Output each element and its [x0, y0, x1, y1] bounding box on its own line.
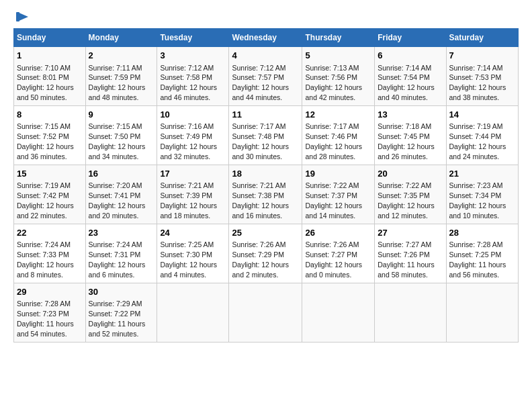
cell-line: Daylight: 12 hours [305, 261, 362, 269]
cell-line: Sunrise: 7:24 AM [89, 240, 142, 248]
cell-line: and 50 minutes. [17, 93, 67, 101]
day-number: 3 [160, 50, 226, 62]
cell-line: and 4 minutes. [160, 271, 206, 279]
column-header-monday: Monday [85, 29, 157, 47]
table-row: 25Sunrise: 7:26 AMSunset: 7:29 PMDayligh… [229, 224, 302, 283]
cell-line: Sunrise: 7:22 AM [378, 181, 431, 189]
cell-line: Daylight: 12 hours [160, 142, 217, 150]
table-row [375, 283, 446, 342]
cell-line: Sunset: 7:37 PM [305, 191, 357, 199]
day-number: 28 [449, 227, 515, 239]
cell-line: Sunrise: 7:21 AM [232, 181, 285, 189]
cell-line: and 34 minutes. [89, 152, 139, 161]
cell-line: Daylight: 11 hours [89, 320, 146, 328]
cell-line: Sunset: 8:01 PM [17, 73, 69, 81]
cell-line: and 44 minutes. [232, 93, 282, 101]
day-number: 5 [305, 50, 371, 62]
cell-line: and 0 minutes. [305, 271, 351, 279]
cell-line: Sunrise: 7:12 AM [232, 64, 285, 72]
day-number: 12 [305, 109, 371, 121]
cell-line: and 40 minutes. [378, 93, 428, 101]
cell-line: Daylight: 12 hours [378, 83, 435, 91]
day-number: 21 [449, 168, 515, 180]
table-row: 7Sunrise: 7:14 AMSunset: 7:53 PMDaylight… [446, 47, 518, 106]
cell-line: and 38 minutes. [449, 93, 500, 101]
cell-line: and 42 minutes. [305, 93, 355, 101]
column-header-wednesday: Wednesday [229, 29, 302, 47]
day-number: 8 [17, 109, 83, 121]
cell-line: and 56 minutes. [449, 271, 500, 279]
week-row-1: 1Sunrise: 7:10 AMSunset: 8:01 PMDaylight… [14, 47, 519, 106]
calendar-table: SundayMondayTuesdayWednesdayThursdayFrid… [13, 28, 519, 342]
cell-line: Sunset: 7:53 PM [449, 73, 502, 81]
cell-line: Sunrise: 7:10 AM [17, 64, 71, 72]
cell-line: Daylight: 12 hours [89, 261, 146, 269]
cell-line: Sunset: 7:38 PM [232, 191, 284, 199]
cell-line: Daylight: 12 hours [378, 142, 435, 150]
cell-line: and 58 minutes. [378, 271, 428, 279]
cell-line: and 20 minutes. [89, 212, 139, 220]
cell-line: Sunrise: 7:17 AM [232, 122, 285, 130]
day-number: 11 [232, 109, 299, 121]
cell-line: Sunrise: 7:17 AM [305, 122, 359, 130]
cell-line: Sunrise: 7:28 AM [17, 300, 71, 308]
day-number: 25 [232, 227, 299, 239]
calendar-body: 1Sunrise: 7:10 AMSunset: 8:01 PMDaylight… [14, 47, 519, 342]
column-header-thursday: Thursday [302, 29, 375, 47]
cell-line: and 6 minutes. [89, 271, 135, 279]
table-row: 29Sunrise: 7:28 AMSunset: 7:23 PMDayligh… [14, 283, 86, 342]
cell-line: Daylight: 12 hours [232, 261, 289, 269]
table-row: 24Sunrise: 7:25 AMSunset: 7:30 PMDayligh… [157, 224, 229, 283]
day-number: 7 [449, 50, 515, 62]
week-row-2: 8Sunrise: 7:15 AMSunset: 7:52 PMDaylight… [14, 105, 519, 165]
cell-line: Daylight: 12 hours [232, 201, 289, 210]
day-number: 9 [89, 109, 154, 121]
table-row: 1Sunrise: 7:10 AMSunset: 8:01 PMDaylight… [14, 47, 86, 106]
cell-line: Sunrise: 7:11 AM [89, 64, 142, 72]
cell-line: Sunset: 7:31 PM [89, 250, 141, 259]
cell-line: Sunrise: 7:13 AM [305, 64, 359, 72]
cell-line: Sunrise: 7:24 AM [17, 240, 71, 248]
day-number: 30 [89, 286, 154, 298]
cell-line: and 26 minutes. [378, 152, 428, 161]
cell-line: and 8 minutes. [17, 271, 63, 279]
day-number: 23 [89, 227, 154, 239]
week-row-3: 15Sunrise: 7:19 AMSunset: 7:42 PMDayligh… [14, 165, 519, 224]
cell-line: Sunset: 7:49 PM [160, 132, 212, 140]
cell-line: Sunrise: 7:27 AM [378, 240, 431, 248]
table-header: SundayMondayTuesdayWednesdayThursdayFrid… [14, 29, 519, 47]
day-number: 10 [160, 109, 226, 121]
table-row: 30Sunrise: 7:29 AMSunset: 7:22 PMDayligh… [85, 283, 157, 342]
header [13, 11, 519, 21]
cell-line: and 36 minutes. [17, 152, 67, 161]
cell-line: Daylight: 12 hours [232, 83, 289, 91]
week-row-5: 29Sunrise: 7:28 AMSunset: 7:23 PMDayligh… [14, 283, 519, 342]
table-row: 2Sunrise: 7:11 AMSunset: 7:59 PMDaylight… [85, 47, 157, 106]
table-row: 17Sunrise: 7:21 AMSunset: 7:39 PMDayligh… [157, 165, 229, 224]
cell-line: and 46 minutes. [160, 93, 210, 101]
cell-line: Sunset: 7:39 PM [160, 191, 212, 199]
table-row: 16Sunrise: 7:20 AMSunset: 7:41 PMDayligh… [85, 165, 157, 224]
day-number: 29 [17, 286, 83, 298]
cell-line: Sunset: 7:23 PM [17, 310, 69, 318]
cell-line: and 28 minutes. [305, 152, 355, 161]
table-row: 12Sunrise: 7:17 AMSunset: 7:46 PMDayligh… [302, 105, 375, 165]
cell-line: Sunset: 7:46 PM [305, 132, 357, 140]
cell-line: Daylight: 12 hours [17, 261, 74, 269]
day-number: 1 [17, 50, 83, 62]
cell-line: Sunrise: 7:20 AM [89, 181, 142, 189]
table-row: 27Sunrise: 7:27 AMSunset: 7:26 PMDayligh… [375, 224, 446, 283]
column-header-saturday: Saturday [446, 29, 518, 47]
cell-line: Sunset: 7:22 PM [89, 310, 141, 318]
table-row: 18Sunrise: 7:21 AMSunset: 7:38 PMDayligh… [229, 165, 302, 224]
cell-line: Sunrise: 7:15 AM [17, 122, 71, 130]
cell-line: Sunset: 7:25 PM [449, 250, 502, 259]
table-row: 8Sunrise: 7:15 AMSunset: 7:52 PMDaylight… [14, 105, 86, 165]
cell-line: Daylight: 11 hours [378, 261, 435, 269]
cell-line: Sunrise: 7:29 AM [89, 300, 142, 308]
cell-line: Daylight: 12 hours [449, 83, 506, 91]
cell-line: and 16 minutes. [232, 212, 282, 220]
cell-line: Sunset: 7:59 PM [89, 73, 141, 81]
cell-line: Sunset: 7:27 PM [305, 250, 357, 259]
cell-line: Sunset: 7:33 PM [17, 250, 69, 259]
